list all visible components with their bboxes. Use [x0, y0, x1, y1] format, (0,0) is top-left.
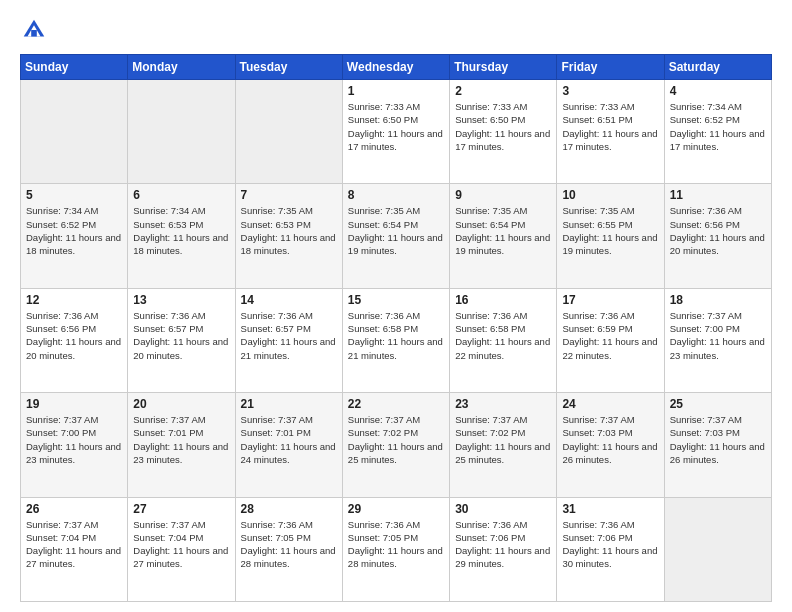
calendar-cell: 21Sunrise: 7:37 AM Sunset: 7:01 PM Dayli…: [235, 393, 342, 497]
day-info: Sunrise: 7:37 AM Sunset: 7:04 PM Dayligh…: [133, 518, 229, 571]
day-number: 17: [562, 293, 658, 307]
calendar-cell: 19Sunrise: 7:37 AM Sunset: 7:00 PM Dayli…: [21, 393, 128, 497]
day-info: Sunrise: 7:34 AM Sunset: 6:52 PM Dayligh…: [670, 100, 766, 153]
day-number: 27: [133, 502, 229, 516]
day-number: 16: [455, 293, 551, 307]
day-info: Sunrise: 7:36 AM Sunset: 7:05 PM Dayligh…: [241, 518, 337, 571]
calendar-cell: 5Sunrise: 7:34 AM Sunset: 6:52 PM Daylig…: [21, 184, 128, 288]
day-number: 24: [562, 397, 658, 411]
weekday-header-row: SundayMondayTuesdayWednesdayThursdayFrid…: [21, 55, 772, 80]
day-info: Sunrise: 7:35 AM Sunset: 6:55 PM Dayligh…: [562, 204, 658, 257]
day-info: Sunrise: 7:35 AM Sunset: 6:54 PM Dayligh…: [348, 204, 444, 257]
day-number: 14: [241, 293, 337, 307]
day-info: Sunrise: 7:36 AM Sunset: 7:06 PM Dayligh…: [562, 518, 658, 571]
calendar-cell: 12Sunrise: 7:36 AM Sunset: 6:56 PM Dayli…: [21, 288, 128, 392]
weekday-header: Sunday: [21, 55, 128, 80]
day-info: Sunrise: 7:35 AM Sunset: 6:54 PM Dayligh…: [455, 204, 551, 257]
day-number: 30: [455, 502, 551, 516]
weekday-header: Thursday: [450, 55, 557, 80]
calendar-cell: [235, 80, 342, 184]
day-info: Sunrise: 7:37 AM Sunset: 7:04 PM Dayligh…: [26, 518, 122, 571]
calendar-week-row: 5Sunrise: 7:34 AM Sunset: 6:52 PM Daylig…: [21, 184, 772, 288]
day-info: Sunrise: 7:34 AM Sunset: 6:53 PM Dayligh…: [133, 204, 229, 257]
weekday-header: Monday: [128, 55, 235, 80]
day-number: 13: [133, 293, 229, 307]
calendar-cell: 4Sunrise: 7:34 AM Sunset: 6:52 PM Daylig…: [664, 80, 771, 184]
day-number: 10: [562, 188, 658, 202]
calendar-cell: [128, 80, 235, 184]
calendar-cell: 30Sunrise: 7:36 AM Sunset: 7:06 PM Dayli…: [450, 497, 557, 601]
calendar-cell: 18Sunrise: 7:37 AM Sunset: 7:00 PM Dayli…: [664, 288, 771, 392]
calendar-cell: 2Sunrise: 7:33 AM Sunset: 6:50 PM Daylig…: [450, 80, 557, 184]
weekday-header: Wednesday: [342, 55, 449, 80]
calendar-cell: 8Sunrise: 7:35 AM Sunset: 6:54 PM Daylig…: [342, 184, 449, 288]
calendar-cell: 29Sunrise: 7:36 AM Sunset: 7:05 PM Dayli…: [342, 497, 449, 601]
calendar-cell: 22Sunrise: 7:37 AM Sunset: 7:02 PM Dayli…: [342, 393, 449, 497]
calendar-week-row: 12Sunrise: 7:36 AM Sunset: 6:56 PM Dayli…: [21, 288, 772, 392]
calendar-cell: 26Sunrise: 7:37 AM Sunset: 7:04 PM Dayli…: [21, 497, 128, 601]
calendar-cell: 11Sunrise: 7:36 AM Sunset: 6:56 PM Dayli…: [664, 184, 771, 288]
calendar-cell: [21, 80, 128, 184]
calendar-cell: 24Sunrise: 7:37 AM Sunset: 7:03 PM Dayli…: [557, 393, 664, 497]
day-info: Sunrise: 7:36 AM Sunset: 7:05 PM Dayligh…: [348, 518, 444, 571]
calendar-week-row: 19Sunrise: 7:37 AM Sunset: 7:00 PM Dayli…: [21, 393, 772, 497]
weekday-header: Friday: [557, 55, 664, 80]
page-header: [20, 16, 772, 44]
day-info: Sunrise: 7:37 AM Sunset: 7:02 PM Dayligh…: [455, 413, 551, 466]
day-info: Sunrise: 7:36 AM Sunset: 6:56 PM Dayligh…: [26, 309, 122, 362]
calendar-cell: 15Sunrise: 7:36 AM Sunset: 6:58 PM Dayli…: [342, 288, 449, 392]
day-info: Sunrise: 7:33 AM Sunset: 6:51 PM Dayligh…: [562, 100, 658, 153]
calendar-cell: 20Sunrise: 7:37 AM Sunset: 7:01 PM Dayli…: [128, 393, 235, 497]
day-number: 4: [670, 84, 766, 98]
calendar-cell: 14Sunrise: 7:36 AM Sunset: 6:57 PM Dayli…: [235, 288, 342, 392]
day-number: 5: [26, 188, 122, 202]
day-info: Sunrise: 7:33 AM Sunset: 6:50 PM Dayligh…: [348, 100, 444, 153]
calendar-cell: 10Sunrise: 7:35 AM Sunset: 6:55 PM Dayli…: [557, 184, 664, 288]
day-number: 2: [455, 84, 551, 98]
day-number: 25: [670, 397, 766, 411]
day-number: 28: [241, 502, 337, 516]
day-number: 21: [241, 397, 337, 411]
day-number: 23: [455, 397, 551, 411]
day-info: Sunrise: 7:36 AM Sunset: 6:58 PM Dayligh…: [348, 309, 444, 362]
weekday-header: Tuesday: [235, 55, 342, 80]
day-info: Sunrise: 7:36 AM Sunset: 6:56 PM Dayligh…: [670, 204, 766, 257]
calendar-cell: 25Sunrise: 7:37 AM Sunset: 7:03 PM Dayli…: [664, 393, 771, 497]
day-info: Sunrise: 7:36 AM Sunset: 6:57 PM Dayligh…: [241, 309, 337, 362]
calendar-cell: 1Sunrise: 7:33 AM Sunset: 6:50 PM Daylig…: [342, 80, 449, 184]
day-info: Sunrise: 7:36 AM Sunset: 6:59 PM Dayligh…: [562, 309, 658, 362]
day-info: Sunrise: 7:35 AM Sunset: 6:53 PM Dayligh…: [241, 204, 337, 257]
weekday-header: Saturday: [664, 55, 771, 80]
day-number: 12: [26, 293, 122, 307]
day-info: Sunrise: 7:37 AM Sunset: 7:01 PM Dayligh…: [133, 413, 229, 466]
calendar-cell: 7Sunrise: 7:35 AM Sunset: 6:53 PM Daylig…: [235, 184, 342, 288]
day-number: 26: [26, 502, 122, 516]
day-info: Sunrise: 7:36 AM Sunset: 6:57 PM Dayligh…: [133, 309, 229, 362]
day-number: 18: [670, 293, 766, 307]
calendar-cell: 27Sunrise: 7:37 AM Sunset: 7:04 PM Dayli…: [128, 497, 235, 601]
calendar-cell: 3Sunrise: 7:33 AM Sunset: 6:51 PM Daylig…: [557, 80, 664, 184]
day-number: 29: [348, 502, 444, 516]
day-number: 7: [241, 188, 337, 202]
day-info: Sunrise: 7:37 AM Sunset: 7:01 PM Dayligh…: [241, 413, 337, 466]
day-number: 20: [133, 397, 229, 411]
day-number: 1: [348, 84, 444, 98]
calendar-cell: 31Sunrise: 7:36 AM Sunset: 7:06 PM Dayli…: [557, 497, 664, 601]
day-info: Sunrise: 7:34 AM Sunset: 6:52 PM Dayligh…: [26, 204, 122, 257]
day-info: Sunrise: 7:33 AM Sunset: 6:50 PM Dayligh…: [455, 100, 551, 153]
day-number: 11: [670, 188, 766, 202]
svg-rect-2: [31, 30, 37, 37]
day-info: Sunrise: 7:37 AM Sunset: 7:02 PM Dayligh…: [348, 413, 444, 466]
day-number: 15: [348, 293, 444, 307]
calendar-cell: 17Sunrise: 7:36 AM Sunset: 6:59 PM Dayli…: [557, 288, 664, 392]
day-number: 6: [133, 188, 229, 202]
calendar-cell: 28Sunrise: 7:36 AM Sunset: 7:05 PM Dayli…: [235, 497, 342, 601]
day-info: Sunrise: 7:37 AM Sunset: 7:00 PM Dayligh…: [26, 413, 122, 466]
day-number: 8: [348, 188, 444, 202]
day-number: 9: [455, 188, 551, 202]
logo-icon: [20, 16, 48, 44]
day-info: Sunrise: 7:37 AM Sunset: 7:00 PM Dayligh…: [670, 309, 766, 362]
calendar-table: SundayMondayTuesdayWednesdayThursdayFrid…: [20, 54, 772, 602]
day-number: 31: [562, 502, 658, 516]
calendar-cell: 13Sunrise: 7:36 AM Sunset: 6:57 PM Dayli…: [128, 288, 235, 392]
